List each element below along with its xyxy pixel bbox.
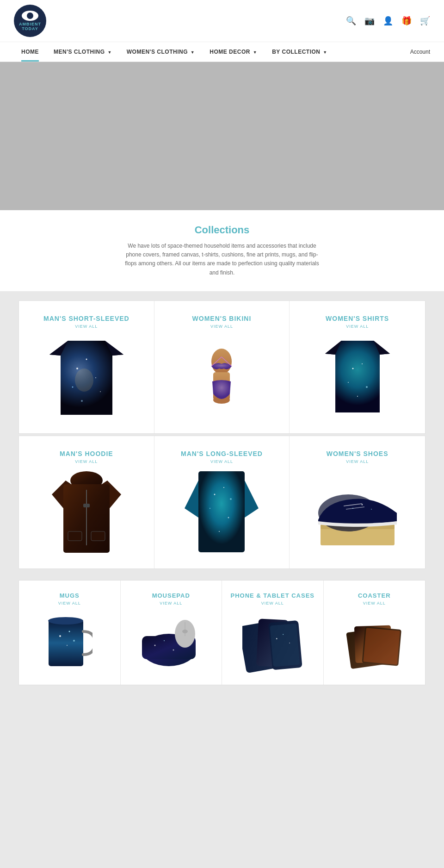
product-title: MUGS	[60, 592, 80, 599]
view-all-link[interactable]: VIEW ALL	[58, 601, 81, 606]
product-womens-bikini[interactable]: WOMEN'S BIKINI VIEW ALL	[154, 301, 290, 433]
collections-section: Collections We have lots of space-themed…	[0, 210, 444, 291]
product-title: PHONE & TABLET CASES	[230, 592, 314, 599]
svg-rect-48	[49, 620, 83, 666]
product-coaster[interactable]: COASTER VIEW ALL	[324, 581, 426, 685]
logo[interactable]: AMBIENTTODAY	[14, 5, 46, 37]
product-womens-shoes[interactable]: WOMEN'S SHOES VIEW ALL	[290, 436, 425, 568]
product-grid-row2: MAN'S HOODIE VIEW ALL	[18, 436, 426, 569]
product-title: WOMEN'S SHIRTS	[326, 315, 389, 322]
product-title: COASTER	[358, 592, 391, 599]
chevron-down-icon: ▼	[253, 50, 257, 55]
svg-point-58	[173, 649, 174, 650]
svg-point-34	[214, 493, 216, 495]
logo-eye-icon	[22, 11, 38, 21]
svg-point-49	[59, 635, 61, 637]
product-image	[141, 613, 201, 673]
product-title: MAN'S HOODIE	[60, 450, 113, 457]
header-icons: 🔍 📷 👤 🎁 🛒	[346, 16, 430, 26]
gift-icon[interactable]: 🎁	[401, 16, 412, 26]
product-grid-row1: MAN'S SHORT-SLEEVED VIEW ALL	[18, 300, 426, 434]
svg-point-3	[76, 368, 78, 369]
svg-rect-30	[91, 531, 105, 541]
svg-point-50	[69, 631, 70, 632]
view-all-link[interactable]: VIEW ALL	[363, 601, 386, 606]
svg-point-52	[73, 640, 75, 642]
svg-point-57	[164, 640, 165, 641]
svg-point-21	[366, 386, 368, 388]
svg-point-69	[289, 643, 290, 643]
svg-rect-66	[270, 623, 300, 667]
svg-point-7	[100, 391, 101, 392]
collections-title: Collections	[9, 224, 435, 236]
svg-point-9	[75, 368, 93, 392]
account-link[interactable]: Account	[410, 49, 430, 55]
nav-item-home-decor[interactable]: HOME DECOR ▼	[202, 42, 265, 62]
svg-point-46	[361, 504, 363, 505]
svg-point-51	[67, 645, 68, 646]
product-image	[316, 336, 399, 419]
svg-point-62	[182, 630, 188, 633]
svg-point-68	[283, 634, 284, 635]
svg-rect-29	[68, 531, 82, 541]
svg-point-18	[352, 368, 353, 369]
product-image	[45, 336, 128, 419]
svg-point-10	[211, 349, 232, 375]
svg-point-20	[348, 382, 349, 383]
user-icon[interactable]: 👤	[383, 16, 393, 26]
svg-point-47	[371, 509, 372, 510]
product-image	[316, 471, 399, 555]
view-all-link[interactable]: VIEW ALL	[160, 601, 182, 606]
svg-point-36	[210, 508, 210, 509]
product-mousepad[interactable]: MOUSEPAD VIEW ALL	[121, 581, 222, 685]
product-mans-hoodie[interactable]: MAN'S HOODIE VIEW ALL	[19, 436, 154, 568]
view-all-link[interactable]: VIEW ALL	[75, 459, 98, 464]
chevron-down-icon: ▼	[107, 50, 111, 55]
svg-point-8	[81, 400, 83, 402]
svg-point-6	[72, 386, 73, 387]
view-all-link[interactable]: VIEW ALL	[210, 324, 233, 329]
product-mugs[interactable]: MUGS VIEW ALL	[19, 581, 121, 685]
view-all-link[interactable]: VIEW ALL	[261, 601, 284, 606]
search-icon[interactable]: 🔍	[346, 16, 356, 26]
nav-item-mens-clothing[interactable]: MEN'S CLOTHING ▼	[46, 42, 119, 62]
view-all-link[interactable]: VIEW ALL	[75, 324, 98, 329]
svg-point-22	[357, 396, 358, 397]
svg-rect-74	[364, 628, 400, 664]
product-image	[344, 613, 404, 673]
product-image	[45, 471, 128, 555]
navigation: HOME MEN'S CLOTHING ▼ WOMEN'S CLOTHING ▼…	[0, 42, 444, 62]
product-title: WOMEN'S SHOES	[327, 450, 388, 457]
svg-point-37	[228, 517, 229, 518]
svg-rect-28	[83, 504, 90, 507]
chevron-down-icon: ▼	[191, 50, 195, 55]
hero-banner	[0, 62, 444, 210]
product-phone-cases[interactable]: PHONE & TABLET CASES VIEW ALL	[222, 581, 324, 685]
accessories-grid: MUGS VIEW ALL	[0, 580, 444, 694]
view-all-link[interactable]: VIEW ALL	[210, 459, 233, 464]
cart-icon[interactable]: 🛒	[420, 16, 430, 26]
product-image	[39, 613, 99, 673]
product-mans-long-sleeved[interactable]: MAN'S LONG-SLEEVED VIEW ALL	[154, 436, 290, 568]
logo-icon: AMBIENTTODAY	[14, 5, 46, 37]
svg-point-5	[95, 377, 96, 378]
product-title: MAN'S LONG-SLEEVED	[181, 450, 263, 457]
product-womens-shirts[interactable]: WOMEN'S SHIRTS VIEW ALL	[290, 301, 425, 433]
product-mens-short-sleeved[interactable]: MAN'S SHORT-SLEEVED VIEW ALL	[19, 301, 154, 433]
view-all-link[interactable]: VIEW ALL	[346, 459, 369, 464]
svg-point-39	[230, 498, 232, 500]
product-title: MAN'S SHORT-SLEEVED	[43, 315, 130, 322]
product-image	[242, 613, 302, 673]
camera-icon[interactable]: 📷	[364, 16, 375, 26]
svg-point-4	[86, 358, 87, 360]
nav-item-by-collection[interactable]: BY COLLECTION ▼	[265, 42, 335, 62]
header: AMBIENTTODAY 🔍 📷 👤 🎁 🛒	[0, 0, 444, 42]
collections-description: We have lots of space-themed household i…	[120, 242, 324, 277]
nav-item-home[interactable]: HOME	[14, 42, 46, 62]
chevron-down-icon: ▼	[323, 50, 327, 55]
svg-point-53	[48, 617, 83, 624]
svg-rect-33	[198, 471, 245, 552]
view-all-link[interactable]: VIEW ALL	[346, 324, 369, 329]
nav-item-womens-clothing[interactable]: WOMEN'S CLOTHING ▼	[119, 42, 202, 62]
product-image	[180, 471, 263, 555]
